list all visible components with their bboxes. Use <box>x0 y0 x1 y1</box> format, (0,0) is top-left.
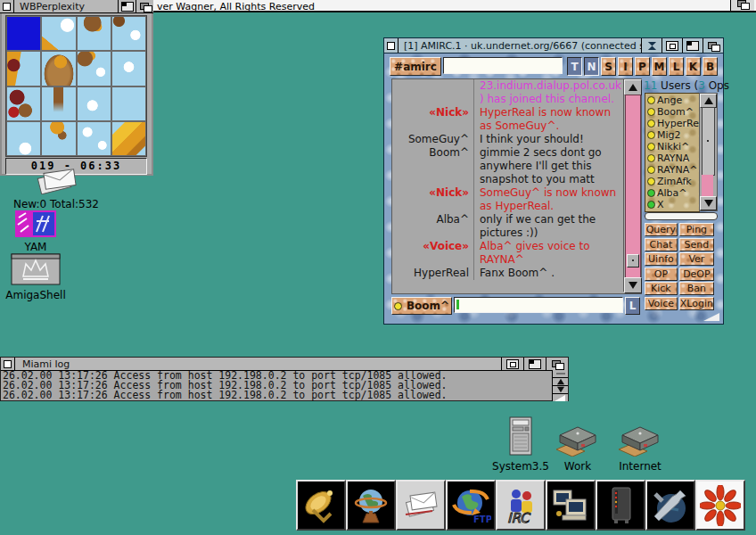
internet-drive-icon[interactable]: Internet <box>613 423 667 473</box>
toolbar-button-P[interactable]: P <box>635 57 650 76</box>
modem-icon[interactable] <box>596 480 645 531</box>
scroll-up-icon[interactable] <box>700 94 717 108</box>
zoom-icon[interactable] <box>118 0 136 12</box>
user-list-item[interactable]: RAYNA <box>647 152 699 164</box>
puzzle-window-titlebar[interactable]: WBPerplexity <box>0 0 153 13</box>
toolbar-button-L[interactable]: L <box>669 57 684 76</box>
puzzle-tile[interactable] <box>77 121 111 156</box>
user-list-item[interactable]: X <box>647 199 699 210</box>
chat-scroll-track[interactable] <box>625 95 641 278</box>
ver-button[interactable]: Ver <box>679 252 714 266</box>
iconify-icon[interactable] <box>501 358 523 370</box>
puzzle-tile[interactable] <box>111 16 146 51</box>
log-scrollbar[interactable] <box>552 370 568 401</box>
chat-scroll-knob[interactable] <box>627 254 639 268</box>
depth-icon[interactable] <box>703 38 723 53</box>
nick-button[interactable]: Boom^ <box>391 297 452 315</box>
resize-handle-icon[interactable] <box>703 313 719 321</box>
toolbar-button-S[interactable]: S <box>601 57 616 76</box>
puzzle-tile[interactable] <box>6 86 41 121</box>
user-list-item[interactable]: Boom^ <box>647 106 699 118</box>
scroll-up-icon[interactable] <box>624 79 642 95</box>
mail-status-icon[interactable]: New:0 Total:532 <box>7 168 105 210</box>
computers-icon[interactable] <box>546 480 596 531</box>
message-input[interactable] <box>454 297 623 313</box>
deop-button[interactable]: DeOP <box>679 268 714 281</box>
topic-input[interactable] <box>443 57 563 74</box>
uinfo-button[interactable]: Uinfo <box>645 252 678 266</box>
puzzle-tile[interactable] <box>41 121 76 156</box>
depth-icon[interactable] <box>136 0 153 12</box>
puzzle-tile[interactable] <box>111 86 146 121</box>
scroll-up-icon[interactable] <box>553 378 568 386</box>
system-drive-icon[interactable]: System3.5 <box>489 416 552 473</box>
toolbar-button-I[interactable]: I <box>618 57 633 76</box>
user-list-item[interactable]: HyperRe <box>647 118 699 129</box>
local-button[interactable]: L <box>625 297 640 315</box>
user-list-scrollbar[interactable] <box>699 93 718 211</box>
user-list-item[interactable]: Ange <box>647 95 699 106</box>
iconify-icon[interactable] <box>662 38 682 53</box>
scroll-down-icon[interactable] <box>624 277 642 293</box>
toolbar-button-T[interactable]: T <box>567 57 582 76</box>
depth-icon[interactable] <box>546 358 568 370</box>
screen-depth-icon[interactable] <box>730 0 754 11</box>
chat-scrollbar[interactable] <box>623 79 641 292</box>
scroll-down-icon[interactable] <box>700 196 717 210</box>
user-list-item[interactable]: Nikki^ <box>647 141 699 152</box>
amigashell-icon[interactable]: AmigaShell <box>2 253 70 301</box>
user-list-item[interactable]: Alba^ <box>647 187 699 199</box>
ban-button[interactable]: Ban <box>679 282 714 295</box>
close-icon[interactable] <box>1 358 15 370</box>
puzzle-tile[interactable] <box>77 16 111 51</box>
user-scroll-knob[interactable] <box>702 107 715 176</box>
toolbar-button-N[interactable]: N <box>584 57 599 76</box>
toolbar-button-M[interactable]: M <box>652 57 667 76</box>
voice-button[interactable]: Voice <box>645 297 678 310</box>
globe-icon[interactable] <box>346 480 396 531</box>
log-scroll-prop[interactable] <box>553 370 568 378</box>
scroll-down-icon[interactable] <box>553 386 568 394</box>
tools-icon[interactable] <box>645 480 695 531</box>
close-icon[interactable] <box>384 38 399 53</box>
puzzle-board[interactable] <box>5 15 147 157</box>
amirc-titlebar[interactable]: [1] AMIRC.1 · uk.undernet.org/6667 (conn… <box>384 38 723 54</box>
channel-tab[interactable]: #amirc <box>390 57 441 76</box>
user-list-item[interactable]: Mig2 <box>647 129 699 141</box>
puzzle-tile[interactable] <box>77 86 111 121</box>
ping-button[interactable]: Ping <box>679 223 714 236</box>
puzzle-tile[interactable] <box>111 121 146 156</box>
puzzle-tile[interactable] <box>77 51 111 86</box>
toolbar-button-K[interactable]: K <box>686 57 701 76</box>
user-list-item[interactable]: RAYNA^ <box>647 164 699 176</box>
puzzle-tile[interactable] <box>111 51 146 86</box>
puzzle-tile[interactable] <box>41 16 76 51</box>
yam-icon[interactable]: YAM <box>11 210 61 253</box>
irc-icon[interactable]: IRC <box>496 480 546 531</box>
ftp-icon[interactable]: FTP <box>446 480 496 531</box>
puzzle-empty-tile[interactable] <box>6 16 41 51</box>
close-icon[interactable] <box>0 0 14 12</box>
zoom-icon[interactable] <box>682 38 703 53</box>
chat-button[interactable]: Chat <box>645 238 678 251</box>
kick-button[interactable]: Kick <box>645 282 678 295</box>
query-button[interactable]: Query <box>645 223 678 236</box>
mail-icon[interactable] <box>396 480 446 531</box>
work-drive-icon[interactable]: Work <box>553 423 603 473</box>
send-button[interactable]: Send <box>679 238 714 251</box>
op-button[interactable]: OP <box>645 268 678 281</box>
zoom-icon[interactable] <box>523 358 546 370</box>
satellite-dish-icon[interactable] <box>296 480 346 531</box>
flower-icon[interactable] <box>695 480 745 531</box>
xlogin-button[interactable]: XLogin <box>679 297 714 310</box>
user-scroll-track[interactable] <box>702 175 713 196</box>
puzzle-tile[interactable] <box>6 121 41 156</box>
resize-handle-icon[interactable] <box>555 395 565 401</box>
user-list[interactable]: Ange Boom^ HyperRe Mig2 Nikki^ RAYNA RAY… <box>645 93 700 212</box>
user-list-item[interactable]: ZimAfk <box>647 176 699 187</box>
toolbar-button-B[interactable]: B <box>703 57 718 76</box>
puzzle-tile[interactable] <box>6 51 41 86</box>
puzzle-tile[interactable] <box>41 51 76 86</box>
puzzle-tile[interactable] <box>41 86 76 121</box>
log-titlebar[interactable]: Miami log <box>1 358 568 371</box>
